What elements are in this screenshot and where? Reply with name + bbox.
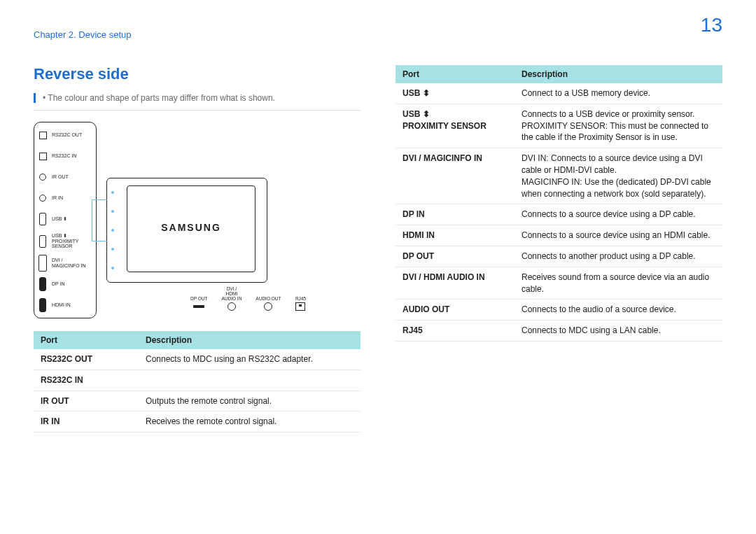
table-row: HDMI INConnects to a source device using… xyxy=(396,225,722,246)
content-columns: Reverse side The colour and shape of par… xyxy=(34,65,722,433)
note-text: The colour and shape of parts may differ… xyxy=(43,93,275,103)
port-desc-cell: Connects to a source device using a DP c… xyxy=(514,204,722,225)
left-column: Reverse side The colour and shape of par… xyxy=(34,65,360,433)
table-row: USB ⬍Connect to a USB memory device. xyxy=(396,83,722,104)
rj-port-icon xyxy=(295,303,306,310)
port-name-cell: RJ45 xyxy=(396,321,514,342)
bottom-port-item: AUDIO OUT xyxy=(255,297,281,311)
side-port-item: USB ⬍ PROXIMITY SENSOR xyxy=(38,233,92,249)
side-port-item: IR OUT xyxy=(38,170,92,184)
side-port-item: RS232C OUT xyxy=(38,128,92,142)
device-lead-line xyxy=(92,199,107,241)
table-row: DVI / HDMI AUDIO INReceives sound from a… xyxy=(396,267,722,300)
ring-port-icon xyxy=(226,303,237,310)
table-header-description: Description xyxy=(139,331,360,349)
port-name-cell: USB ⬍ xyxy=(396,83,514,104)
note-block: The colour and shape of parts may differ… xyxy=(34,93,360,111)
bottom-port-label: DP OUT xyxy=(190,297,207,302)
side-port-label: RS232C IN xyxy=(52,153,76,159)
slot-port-icon xyxy=(193,303,204,310)
page-number: 13 xyxy=(701,14,722,36)
device-brand: SAMSUNG xyxy=(127,222,255,233)
port-desc-cell: Receives the remote control signal. xyxy=(139,412,360,433)
side-port-item: DVI / MAGICINFO IN xyxy=(38,256,92,270)
page-header: Chapter 2. Device setup 13 xyxy=(34,29,722,40)
bottom-port-label: DVI / HDMI AUDIO IN xyxy=(221,287,241,301)
table-header-port: Port xyxy=(396,65,514,83)
table-row: AUDIO OUTConnects to the audio of a sour… xyxy=(396,300,722,321)
left-port-table: Port Description RS232C OUTConnects to M… xyxy=(34,331,360,433)
bar-port-icon xyxy=(38,277,48,291)
port-name-cell: RS232C IN xyxy=(34,370,139,391)
port-name-cell: DVI / MAGICINFO IN xyxy=(396,148,514,204)
table-header-description: Description xyxy=(514,65,722,83)
side-port-label: IR IN xyxy=(52,195,63,201)
bottom-port-item: DP OUT xyxy=(190,297,207,311)
port-desc-cell: Connects to a USB device or proximity se… xyxy=(514,104,722,148)
ci-port-icon xyxy=(38,191,48,205)
port-desc-cell: Receives sound from a source device via … xyxy=(514,267,722,300)
table-row: RJ45Connects to MDC using a LAN cable. xyxy=(396,321,722,342)
port-name-cell: IR OUT xyxy=(34,391,139,412)
bar-port-icon xyxy=(38,298,48,312)
port-desc-cell: Connects to MDC using a LAN cable. xyxy=(514,321,722,342)
usb-port-icon xyxy=(38,234,48,248)
port-desc-cell: Connects to another product using a DP c… xyxy=(514,246,722,267)
side-port-label: DVI / MAGICINFO IN xyxy=(52,258,86,268)
table-row: DVI / MAGICINFO INDVI IN: Connects to a … xyxy=(396,148,722,204)
bottom-port-item: RJ45 xyxy=(295,297,306,311)
port-name-cell: IR IN xyxy=(34,412,139,433)
port-desc-cell: DVI IN: Connects to a source device usin… xyxy=(514,148,722,204)
table-row: DP OUTConnects to another product using … xyxy=(396,246,722,267)
device-illustration: SAMSUNG xyxy=(106,178,267,283)
side-port-label: IR OUT xyxy=(52,174,69,180)
table-row: DP INConnects to a source device using a… xyxy=(396,204,722,225)
chapter-title: Chapter 2. Device setup xyxy=(34,29,131,40)
table-row: RS232C IN xyxy=(34,370,360,391)
side-port-panel: RS232C OUTRS232C INIR OUTIR INUSB ⬍USB ⬍… xyxy=(34,122,97,318)
port-name-cell: HDMI IN xyxy=(396,225,514,246)
device-wrap: SAMSUNG DP OUTDVI / HDMI AUDIO INAUDIO O… xyxy=(106,122,306,310)
side-port-item: RS232C IN xyxy=(38,149,92,163)
port-name-cell: USB ⬍PROXIMITY SENSOR xyxy=(396,104,514,148)
port-desc-cell: Connect to a USB memory device. xyxy=(514,83,722,104)
side-port-item: USB ⬍ xyxy=(38,212,92,226)
sq-port-icon xyxy=(38,149,48,163)
port-desc-cell xyxy=(139,370,360,391)
right-port-table: Port Description USB ⬍Connect to a USB m… xyxy=(396,65,722,342)
device-inner: SAMSUNG xyxy=(127,185,255,272)
port-name-cell: DVI / HDMI AUDIO IN xyxy=(396,267,514,300)
side-port-item: DP IN xyxy=(38,277,92,291)
ring-port-icon xyxy=(262,303,274,310)
usb-port-icon xyxy=(38,212,48,226)
port-name-cell: DP IN xyxy=(396,204,514,225)
sq-port-icon xyxy=(38,128,48,142)
right-column: Port Description USB ⬍Connect to a USB m… xyxy=(396,65,722,433)
port-name-cell: RS232C OUT xyxy=(34,349,139,370)
bottom-port-item: DVI / HDMI AUDIO IN xyxy=(221,287,241,310)
side-port-label: USB ⬍ PROXIMITY SENSOR xyxy=(52,233,79,249)
side-port-label: USB ⬍ xyxy=(52,216,67,222)
ci-port-icon xyxy=(38,170,48,184)
bottom-port-label: RJ45 xyxy=(295,297,306,302)
section-title: Reverse side xyxy=(34,65,360,83)
side-port-item: HDMI IN xyxy=(38,298,92,312)
side-port-item: IR IN xyxy=(38,191,92,205)
diagram-row: RS232C OUTRS232C INIR OUTIR INUSB ⬍USB ⬍… xyxy=(34,122,360,318)
port-desc-cell: Connects to MDC using an RS232C adapter. xyxy=(139,349,360,370)
device-side-dots xyxy=(111,191,121,269)
note-accent-bar xyxy=(34,93,36,103)
table-row: USB ⬍PROXIMITY SENSORConnects to a USB d… xyxy=(396,104,722,148)
side-port-label: HDMI IN xyxy=(52,302,71,308)
bottom-port-label: AUDIO OUT xyxy=(255,297,281,302)
port-desc-cell: Connects to the audio of a source device… xyxy=(514,300,722,321)
table-row: IR OUTOutputs the remote control signal. xyxy=(34,391,360,412)
port-desc-cell: Connects to a source device using an HDM… xyxy=(514,225,722,246)
port-desc-cell: Outputs the remote control signal. xyxy=(139,391,360,412)
dvi-port-icon xyxy=(38,256,48,270)
table-row: RS232C OUTConnects to MDC using an RS232… xyxy=(34,349,360,370)
side-port-label: DP IN xyxy=(52,281,65,287)
page: Chapter 2. Device setup 13 Reverse side … xyxy=(0,0,756,534)
table-header-port: Port xyxy=(34,331,139,349)
table-row: IR INReceives the remote control signal. xyxy=(34,412,360,433)
